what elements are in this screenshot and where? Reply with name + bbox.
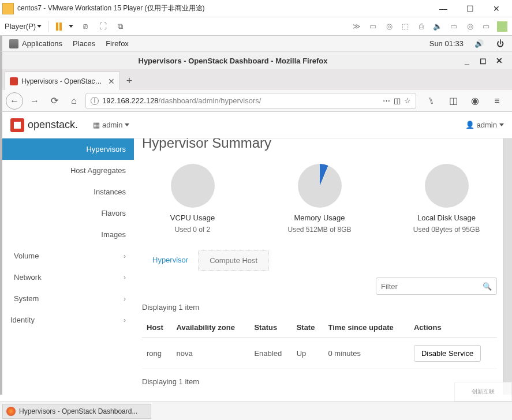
menu-icon[interactable]: ≡ xyxy=(489,93,505,109)
sidebar-item-label: Hypervisors xyxy=(86,145,126,153)
new-tab-button[interactable]: + xyxy=(120,72,139,90)
sidebar-item-system[interactable]: System› xyxy=(2,288,134,309)
notes-icon[interactable] xyxy=(497,21,507,32)
places-menu[interactable]: Places xyxy=(73,39,95,48)
chevron-right-icon: › xyxy=(124,252,126,260)
usage-summary-row: VCPU Usage Used 0 of 2 Memory Usage Used… xyxy=(142,164,497,234)
tab-compute-host[interactable]: Compute Host xyxy=(199,250,268,271)
th-az[interactable]: Availability zone xyxy=(172,317,250,338)
firefox-tab-bar: Hypervisors - OpenStack… ✕ + xyxy=(0,69,512,90)
site-info-icon[interactable]: i xyxy=(91,97,99,105)
unity-icon[interactable]: ⧉ xyxy=(115,21,125,32)
table-row: rong nova Enabled Up 0 minutes Disable S… xyxy=(142,338,497,369)
sidebar-item-hypervisors[interactable]: Hypervisors xyxy=(2,138,134,160)
cd-icon[interactable]: ◎ xyxy=(384,21,394,32)
filter-input[interactable] xyxy=(381,282,483,291)
close-button[interactable]: ✕ xyxy=(483,1,510,17)
network-adapter-icon[interactable]: ⬚ xyxy=(400,21,410,32)
th-since[interactable]: Time since update xyxy=(324,317,409,338)
forward-button[interactable]: → xyxy=(27,93,43,109)
hdd-icon[interactable]: ▭ xyxy=(368,21,378,32)
firefox-navbar: ← → ⟳ ⌂ i 192.168.222.128/dashboard/admi… xyxy=(0,90,512,112)
tab-hypervisor[interactable]: Hypervisor xyxy=(142,250,199,271)
drive2-icon[interactable]: ▭ xyxy=(481,21,491,32)
disc-icon[interactable]: ◎ xyxy=(465,21,475,32)
page-actions-icon[interactable]: ⋯ xyxy=(383,96,390,105)
search-icon[interactable]: 🔍 xyxy=(483,282,492,291)
back-button[interactable]: ← xyxy=(6,92,23,110)
taskbar-item-firefox[interactable]: Hypervisors - OpenStack Dashboard... xyxy=(2,404,151,419)
cell-since: 0 minutes xyxy=(324,338,409,369)
fullscreen-icon[interactable]: ⛶ xyxy=(98,21,108,32)
openstack-logo[interactable]: openstack. xyxy=(10,118,78,132)
vcpu-detail: Used 0 of 2 xyxy=(147,226,239,234)
library-icon[interactable]: ⑊ xyxy=(423,93,439,109)
page-title: Hypervisor Summary xyxy=(142,138,497,151)
memory-pie-chart xyxy=(298,164,342,208)
player-menu[interactable]: Player(P) xyxy=(5,22,42,31)
display-count-top: Displaying 1 item xyxy=(142,303,497,312)
power-icon[interactable]: ⏻ xyxy=(495,39,505,48)
tab-title: Hypervisors - OpenStack… xyxy=(21,77,104,85)
sidebar-item-images[interactable]: Images xyxy=(2,224,134,245)
account-icon[interactable]: ◉ xyxy=(467,93,483,109)
ff-maximize-button[interactable]: ◻ xyxy=(475,56,491,65)
reader-mode-icon[interactable]: ◫ xyxy=(394,96,401,105)
sound-icon[interactable]: 🔈 xyxy=(432,21,443,32)
user-dropdown[interactable]: 👤 admin xyxy=(465,121,504,129)
ff-minimize-button[interactable]: _ xyxy=(459,56,475,65)
drive-icon[interactable]: ▭ xyxy=(449,21,459,32)
sidebar-item-identity[interactable]: Identity› xyxy=(2,309,134,331)
maximize-button[interactable]: ☐ xyxy=(457,1,483,17)
ff-close-button[interactable]: ✕ xyxy=(491,56,507,65)
openstack-logo-icon xyxy=(10,118,24,132)
gnome-taskbar: Hypervisors - OpenStack Dashboard... xyxy=(0,402,512,420)
vcpu-label: VCPU Usage xyxy=(147,213,239,222)
device-icon[interactable]: ≫ xyxy=(352,21,362,32)
filter-box[interactable]: 🔍 xyxy=(376,278,497,295)
project-dropdown-label: admin xyxy=(102,121,122,129)
bookmark-star-icon[interactable]: ☆ xyxy=(404,96,411,105)
cell-host: rong xyxy=(142,338,172,369)
sidebar-item-network[interactable]: Network› xyxy=(2,267,134,288)
sidebar-item-instances[interactable]: Instances xyxy=(2,181,134,202)
firefox-titlebar: Hypervisors - OpenStack Dashboard - Mozi… xyxy=(0,52,512,69)
memory-detail: Used 512MB of 8GB xyxy=(274,226,366,234)
sidebar-item-host-aggregates[interactable]: Host Aggregates xyxy=(2,160,134,181)
applications-menu[interactable]: Applications xyxy=(9,39,62,48)
vcpu-pie-chart xyxy=(171,164,215,208)
pause-icon[interactable] xyxy=(56,22,62,31)
cell-state: Up xyxy=(292,338,324,369)
volume-icon[interactable]: 🔊 xyxy=(474,39,484,48)
sidebar-icon[interactable]: ◫ xyxy=(445,93,461,109)
project-dropdown[interactable]: ▦ admin xyxy=(93,121,129,129)
th-state[interactable]: State xyxy=(292,317,324,338)
th-host[interactable]: Host xyxy=(142,317,172,338)
url-bar[interactable]: i 192.168.222.128/dashboard/admin/hyperv… xyxy=(85,93,416,109)
clock[interactable]: Sun 01:33 xyxy=(429,39,464,48)
table-header-row: Host Availability zone Status State Time… xyxy=(142,317,497,338)
minimize-button[interactable]: — xyxy=(430,1,457,17)
compute-host-table: Host Availability zone Status State Time… xyxy=(142,317,497,369)
display-count-bottom: Displaying 1 item xyxy=(142,377,497,386)
player-menu-label: Player(P) xyxy=(5,22,36,31)
sidebar-item-label: Host Aggregates xyxy=(70,166,126,175)
sidebar-item-flavors[interactable]: Flavors xyxy=(2,202,134,224)
firefox-menu[interactable]: Firefox xyxy=(106,39,129,48)
disable-service-button[interactable]: Disable Service xyxy=(414,345,481,362)
send-ctrl-alt-del-icon[interactable]: ⎚ xyxy=(80,21,91,32)
printer-icon[interactable]: ⎙ xyxy=(416,21,427,32)
power-dropdown-icon[interactable] xyxy=(69,25,73,28)
vmware-device-icons: ≫ ▭ ◎ ⬚ ⎙ 🔈 ▭ ◎ ▭ xyxy=(352,21,507,32)
home-button[interactable]: ⌂ xyxy=(66,93,82,109)
sidebar-item-label: Network xyxy=(14,273,42,282)
disk-detail: Used 0Bytes of 95GB xyxy=(401,226,493,234)
tab-favicon xyxy=(10,77,18,85)
sidebar-item-volume[interactable]: Volume› xyxy=(2,245,134,267)
browser-tab[interactable]: Hypervisors - OpenStack… ✕ xyxy=(5,72,120,90)
tab-close-icon[interactable]: ✕ xyxy=(108,77,115,86)
th-status[interactable]: Status xyxy=(249,317,291,338)
sidebar: Hypervisors Host Aggregates Instances Fl… xyxy=(2,138,134,395)
firefox-window-title: Hypervisors - OpenStack Dashboard - Mozi… xyxy=(7,57,459,65)
reload-button[interactable]: ⟳ xyxy=(46,93,62,109)
